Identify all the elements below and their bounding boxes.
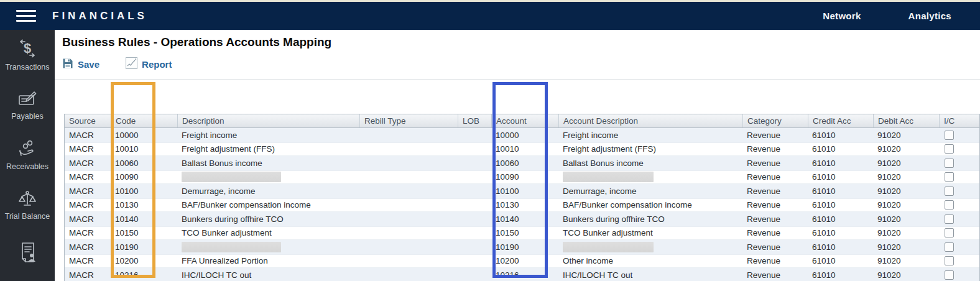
cell-account: 10010 [491, 143, 558, 156]
cell-account: 10130 [491, 199, 558, 212]
table-row[interactable]: MACR 10090 10090 Revenue 61010 91020 [65, 170, 979, 185]
cell-ic [939, 212, 979, 226]
table-row[interactable]: MACR 10140 Bunkers during offhire TCO 10… [65, 212, 979, 226]
cell-debit-acc: 91020 [873, 156, 939, 170]
table-row[interactable]: MACR 10150 TCO Bunker adjustment 10150 T… [65, 226, 979, 241]
cell-account-description: Other income [558, 255, 742, 268]
cell-code: 10060 [111, 156, 177, 170]
cell-code: 10130 [111, 199, 177, 212]
sidebar-item-label: Trial Balance [5, 212, 50, 221]
cell-credit-acc: 61010 [808, 128, 873, 142]
ic-checkbox[interactable] [945, 144, 954, 154]
cell-account-description: TCO Bunker adjustment [558, 227, 742, 240]
cell-description: IHC/ILOCH TC out [177, 268, 359, 281]
ic-checkbox[interactable] [945, 131, 954, 140]
table-row[interactable]: MACR 10010 Freight adjustment (FFS) 1001… [65, 142, 979, 157]
ic-checkbox[interactable] [945, 228, 954, 237]
save-button[interactable]: Save [62, 58, 99, 71]
column-header-lob[interactable]: LOB [458, 114, 491, 127]
cell-ic [939, 268, 979, 281]
column-header-description[interactable]: Description [177, 114, 359, 127]
table-row[interactable]: MACR 10200 FFA Unrealized Portion 10200 … [65, 254, 979, 269]
ic-checkbox[interactable] [945, 172, 954, 182]
cell-ic [939, 171, 979, 184]
ic-checkbox[interactable] [945, 187, 954, 196]
cell-debit-acc: 91020 [873, 268, 939, 281]
cell-rebill-type [359, 227, 458, 240]
column-header-category[interactable]: Category [742, 114, 808, 127]
column-header-i-c[interactable]: I/C [939, 114, 979, 127]
cell-source: MACR [65, 171, 111, 184]
column-header-rebill-type[interactable]: Rebill Type [359, 114, 458, 127]
cell-source: MACR [65, 212, 111, 226]
cell-account-description: Demurrage, income [558, 184, 742, 198]
cell-account: 10150 [491, 227, 558, 240]
cell-description [177, 171, 359, 184]
cell-lob [458, 156, 491, 170]
cell-credit-acc: 61010 [808, 199, 873, 212]
nav-link-network[interactable]: Network [823, 11, 861, 21]
table-row[interactable]: MACR 10216 IHC/ILOCH TC out 10216 IHC/IL… [65, 268, 979, 281]
cell-lob [458, 227, 491, 240]
sidebar-item-trial-balance[interactable]: Trial Balance [0, 180, 55, 231]
column-header-source[interactable]: Source [65, 114, 111, 127]
sidebar-item-transactions[interactable]: $ Transactions [0, 30, 55, 80]
main-content: Business Rules - Operations Accounts Map… [55, 30, 980, 281]
cell-credit-acc: 61010 [808, 171, 873, 184]
nav-link-analytics[interactable]: Analytics [908, 11, 951, 21]
cell-code: 10010 [111, 143, 177, 156]
cell-debit-acc: 91020 [873, 184, 939, 198]
cell-description: Freight income [177, 128, 359, 142]
cell-debit-acc: 91020 [873, 128, 939, 142]
cell-lob [458, 212, 491, 226]
cell-credit-acc: 61010 [808, 255, 873, 268]
cell-credit-acc: 61010 [808, 156, 873, 170]
cell-source: MACR [65, 128, 111, 142]
cell-code: 10000 [111, 128, 177, 142]
cell-code: 10190 [111, 240, 177, 254]
cell-source: MACR [65, 255, 111, 268]
cell-account-description [558, 240, 742, 254]
cell-source: MACR [65, 227, 111, 240]
column-header-debit-acc[interactable]: Debit Acc [873, 114, 939, 127]
column-header-credit-acc[interactable]: Credit Acc [808, 114, 873, 127]
cell-account: 10090 [491, 171, 558, 184]
column-header-account[interactable]: Account [491, 114, 558, 127]
report-button[interactable]: Report [126, 57, 172, 71]
table-row[interactable]: MACR 10130 BAF/Bunker compensation incom… [65, 198, 979, 213]
ic-checkbox[interactable] [945, 256, 954, 265]
table-row[interactable]: MACR 10060 Ballast Bonus income 10060 Ba… [65, 156, 979, 170]
column-header-code[interactable]: Code [111, 114, 177, 127]
hamburger-menu-icon[interactable] [16, 7, 36, 25]
table-row[interactable]: MACR 10100 Demurrage, income 10100 Demur… [65, 184, 979, 198]
sidebar-item-statements[interactable] [0, 231, 55, 281]
redacted-value [182, 172, 281, 182]
cell-debit-acc: 91020 [873, 171, 939, 184]
ic-checkbox[interactable] [945, 214, 954, 224]
ic-checkbox[interactable] [945, 242, 954, 252]
ic-checkbox[interactable] [945, 200, 954, 210]
cell-lob [458, 171, 491, 184]
ic-checkbox[interactable] [945, 159, 954, 168]
cell-debit-acc: 91020 [873, 255, 939, 268]
cell-account-description: Ballast Bonus income [558, 156, 742, 170]
column-header-account-description[interactable]: Account Description [558, 114, 742, 127]
cell-lob [458, 143, 491, 156]
cell-lob [458, 255, 491, 268]
cell-account: 10060 [491, 156, 558, 170]
ic-checkbox[interactable] [945, 270, 954, 280]
cell-ic [939, 184, 979, 198]
cell-code: 10090 [111, 171, 177, 184]
cell-category: Revenue [742, 199, 808, 212]
line-chart-icon [126, 57, 137, 71]
table-row[interactable]: MACR 10000 Freight income 10000 Freight … [65, 128, 979, 142]
cell-category: Revenue [742, 255, 808, 268]
table-row[interactable]: MACR 10190 10190 Revenue 61010 91020 [65, 240, 979, 254]
cell-source: MACR [65, 143, 111, 156]
cell-debit-acc: 91020 [873, 240, 939, 254]
cell-description: TCO Bunker adjustment [177, 227, 359, 240]
cell-credit-acc: 61010 [808, 212, 873, 226]
cell-rebill-type [359, 212, 458, 226]
sidebar-item-payables[interactable]: Payables [0, 80, 55, 131]
sidebar-item-receivables[interactable]: Receivables [0, 131, 55, 181]
